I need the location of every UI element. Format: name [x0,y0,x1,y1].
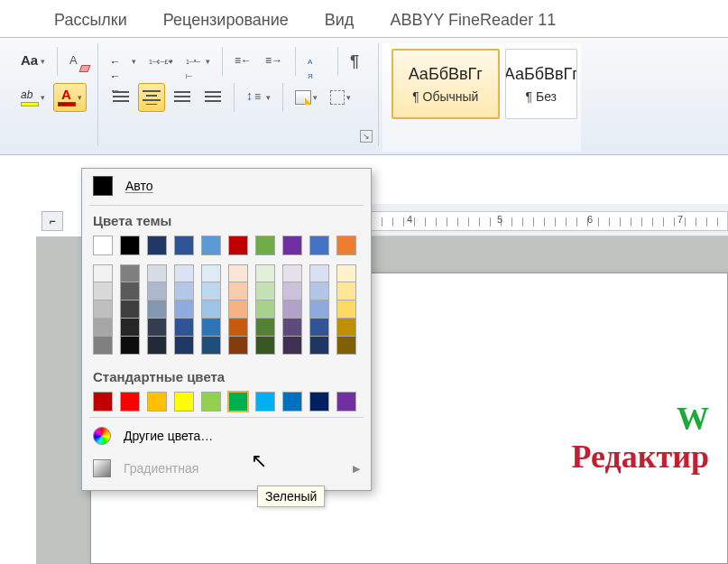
color-swatch[interactable] [201,264,221,282]
shading-button[interactable] [290,83,322,112]
color-swatch[interactable] [282,392,302,411]
align-justify-button[interactable] [199,83,226,112]
tab-review[interactable]: Рецензирование [163,11,289,30]
color-swatch[interactable] [336,282,356,300]
color-swatch[interactable] [120,282,140,300]
color-swatch[interactable] [309,337,329,355]
color-swatch[interactable] [93,319,113,337]
color-swatch[interactable] [147,264,167,282]
color-swatch[interactable] [282,282,302,300]
color-swatch[interactable] [120,264,140,282]
highlight-button[interactable] [16,83,50,112]
color-swatch[interactable] [174,300,194,319]
style-nospacing[interactable]: АаБбВвГг ¶ Без [505,49,577,119]
color-swatch[interactable] [282,264,302,282]
bullets-button[interactable] [107,47,141,76]
align-right-button[interactable] [169,83,196,112]
color-swatch[interactable] [228,300,248,319]
color-swatch[interactable] [255,282,275,300]
color-swatch[interactable] [174,319,194,337]
color-swatch[interactable] [228,264,248,282]
color-swatch[interactable] [228,282,248,300]
color-swatch[interactable] [336,300,356,319]
color-swatch[interactable] [282,319,302,337]
color-swatch[interactable] [120,392,140,411]
color-swatch[interactable] [147,319,167,337]
shade-column [228,264,248,355]
color-swatch[interactable] [93,282,113,300]
color-swatch[interactable] [336,236,356,255]
color-swatch[interactable] [93,392,113,411]
color-swatch[interactable] [309,236,329,255]
increase-indent-button[interactable] [261,47,288,76]
clear-formatting-button[interactable] [65,47,92,76]
color-swatch[interactable] [147,282,167,300]
color-swatch[interactable] [228,319,248,337]
tab-mailings[interactable]: Рассылки [54,11,127,30]
style-normal[interactable]: АаБбВвГг ¶ Обычный [392,49,500,119]
color-swatch[interactable] [282,236,302,255]
color-swatch[interactable] [228,392,248,411]
color-swatch[interactable] [201,282,221,300]
color-swatch[interactable] [147,236,167,255]
color-swatch[interactable] [228,337,248,355]
color-swatch[interactable] [174,282,194,300]
color-swatch[interactable] [309,319,329,337]
color-swatch[interactable] [336,319,356,337]
multilevel-button[interactable] [181,47,215,76]
color-swatch[interactable] [309,282,329,300]
color-swatch[interactable] [120,337,140,355]
color-swatch[interactable] [255,300,275,319]
decrease-indent-button[interactable] [230,47,257,76]
color-swatch[interactable] [336,337,356,355]
color-swatch[interactable] [93,264,113,282]
color-swatch[interactable] [147,392,167,411]
color-swatch[interactable] [282,337,302,355]
align-center-button[interactable] [138,83,165,112]
color-swatch[interactable] [309,264,329,282]
color-swatch[interactable] [255,319,275,337]
color-swatch[interactable] [228,236,248,255]
color-swatch[interactable] [93,236,113,255]
color-swatch[interactable] [255,337,275,355]
color-swatch[interactable] [201,392,221,411]
tab-view[interactable]: Вид [325,11,355,30]
color-swatch[interactable] [255,392,275,411]
change-case-button[interactable] [16,47,50,76]
color-swatch[interactable] [309,392,329,411]
color-swatch[interactable] [282,300,302,319]
numbering-button[interactable] [144,47,178,76]
auto-color-item[interactable]: Авто [82,169,371,203]
color-swatch[interactable] [201,337,221,355]
color-swatch[interactable] [174,264,194,282]
borders-button[interactable] [326,83,355,112]
color-swatch[interactable] [201,236,221,255]
show-marks-button[interactable] [346,47,373,76]
color-swatch[interactable] [147,337,167,355]
color-swatch[interactable] [255,264,275,282]
color-swatch[interactable] [120,300,140,319]
color-swatch[interactable] [174,392,194,411]
tab-selector-button[interactable]: ⌐ [41,211,63,231]
more-colors-item[interactable]: Другие цвета… [82,420,371,452]
color-swatch[interactable] [201,319,221,337]
tab-abbyy[interactable]: ABBYY FineReader 11 [390,11,556,30]
font-color-button[interactable] [53,83,87,112]
color-swatch[interactable] [147,300,167,319]
line-spacing-button[interactable] [242,83,275,112]
align-left-button[interactable] [107,83,134,112]
color-swatch[interactable] [120,319,140,337]
color-swatch[interactable] [255,236,275,255]
paragraph-dialog-launcher[interactable]: ↘ [360,130,373,143]
color-swatch[interactable] [93,337,113,355]
color-swatch[interactable] [174,236,194,255]
color-swatch[interactable] [120,236,140,255]
color-swatch[interactable] [174,337,194,355]
color-swatch[interactable] [309,300,329,319]
color-swatch[interactable] [201,300,221,319]
horizontal-ruler[interactable]: 4 5 6 7 [370,211,728,231]
color-swatch[interactable] [93,300,113,319]
color-swatch[interactable] [336,264,356,282]
color-swatch[interactable] [336,392,356,411]
sort-button[interactable] [303,47,330,76]
